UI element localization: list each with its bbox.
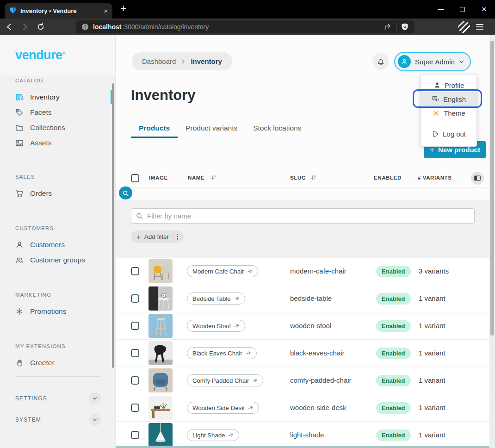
share-icon[interactable] xyxy=(384,23,392,31)
menu-item-logout[interactable]: Log out xyxy=(421,126,476,142)
tab-stock-locations[interactable]: Stock locations xyxy=(245,119,309,138)
sidebar-item-facets[interactable]: Facets xyxy=(0,105,115,120)
main-scrollbar-track[interactable] xyxy=(489,35,495,448)
window-maximize-button[interactable] xyxy=(452,0,473,19)
site-info-icon[interactable] xyxy=(81,23,89,31)
sidebar-item-customers[interactable]: Customers xyxy=(0,237,115,252)
notifications-button[interactable] xyxy=(372,53,389,70)
row-checkbox[interactable] xyxy=(131,404,139,412)
sidebar-section-system[interactable]: SYSTEM xyxy=(0,412,115,428)
cart-icon xyxy=(15,189,24,198)
sort-icon[interactable] xyxy=(210,174,217,180)
menu-item-label: Theme xyxy=(444,109,465,117)
back-button[interactable] xyxy=(4,21,15,32)
menu-item-language[interactable]: A English xyxy=(421,92,476,106)
status-badge: Enabled xyxy=(376,402,411,414)
product-slug: black-eaves-chair xyxy=(290,349,345,357)
menu-item-theme[interactable]: Theme xyxy=(421,106,476,120)
table-header: IMAGE NAME SLUG ENABLED # VARIANTS xyxy=(116,169,489,187)
status-badge: Enabled xyxy=(376,348,411,359)
sidebar-item-collections[interactable]: Collections xyxy=(0,120,115,135)
product-name-link[interactable]: Modern Cafe Chair xyxy=(187,265,258,277)
product-name-link[interactable]: Light Shade xyxy=(187,429,239,441)
product-slug: wooden-side-desk xyxy=(290,404,346,411)
main-scrollbar-thumb[interactable] xyxy=(490,41,494,336)
window-minimize-button[interactable] xyxy=(430,0,452,19)
sidebar-section-settings[interactable]: SETTINGS xyxy=(0,391,115,406)
breadcrumb-inventory[interactable]: Inventory xyxy=(191,57,222,65)
kebab-menu-icon[interactable] xyxy=(177,234,178,240)
product-thumbnail[interactable] xyxy=(148,368,173,392)
select-all-checkbox[interactable] xyxy=(131,174,139,182)
plus-icon: + xyxy=(136,233,141,241)
product-name-link[interactable]: Black Eaves Chair xyxy=(187,347,257,359)
sidebar-item-label: Promotions xyxy=(30,307,66,316)
browser-tab[interactable]: Inventory • Vendure × xyxy=(5,3,112,19)
variant-count: 3 variants xyxy=(419,267,449,275)
new-tab-button[interactable]: + xyxy=(120,2,126,15)
system-expand-button[interactable] xyxy=(89,414,101,426)
menu-item-label: English xyxy=(443,95,466,103)
product-thumbnail[interactable] xyxy=(148,286,173,311)
sort-icon[interactable] xyxy=(310,174,317,180)
variant-count: 1 variant xyxy=(419,404,446,411)
product-thumbnail[interactable] xyxy=(148,423,173,447)
sidebar: vendure® CATALOG Inventory Facets Collec… xyxy=(0,35,116,448)
tab-products[interactable]: Products xyxy=(131,119,178,138)
reload-button[interactable] xyxy=(35,21,46,32)
brave-shield-icon[interactable] xyxy=(401,23,409,31)
sidebar-item-inventory[interactable]: Inventory xyxy=(0,89,115,105)
status-badge: Enabled xyxy=(376,266,411,277)
user-menu-button[interactable]: Super Admin xyxy=(394,52,471,71)
sidebar-scrollbar[interactable] xyxy=(112,83,114,368)
row-checkbox[interactable] xyxy=(131,349,139,357)
sidebar-item-greeter[interactable]: Greeter xyxy=(0,355,115,370)
arrow-right-icon xyxy=(247,268,254,274)
add-filter-button[interactable]: + Add filter xyxy=(131,230,184,243)
browser-profile-avatar[interactable] xyxy=(458,21,470,33)
settings-expand-button[interactable] xyxy=(89,392,101,404)
column-header-slug[interactable]: SLUG xyxy=(290,175,306,180)
product-thumbnail[interactable] xyxy=(148,341,173,365)
search-toggle-button[interactable] xyxy=(119,187,132,199)
url-host: localhost xyxy=(93,23,121,31)
forward-button[interactable] xyxy=(19,21,31,32)
product-name-link[interactable]: Wooden Side Desk xyxy=(187,402,259,414)
tab-product-variants[interactable]: Product variants xyxy=(178,119,245,138)
product-name: Bedside Table xyxy=(192,295,231,302)
table-row: Modern Cafe Chair modern-cafe-chair Enab… xyxy=(116,258,489,285)
arrow-right-icon xyxy=(233,322,240,329)
filter-input[interactable] xyxy=(131,208,475,224)
sidebar-item-orders[interactable]: Orders xyxy=(0,186,115,201)
product-name: Comfy Padded Chair xyxy=(192,377,249,384)
row-checkbox[interactable] xyxy=(131,294,139,303)
row-checkbox[interactable] xyxy=(131,431,139,439)
section-label-customers: CUSTOMERS xyxy=(15,225,115,231)
column-header-name[interactable]: NAME xyxy=(188,175,204,180)
product-thumbnail[interactable] xyxy=(148,314,173,338)
row-checkbox[interactable] xyxy=(131,322,139,330)
product-name-link[interactable]: Comfy Padded Chair xyxy=(187,374,263,386)
row-checkbox[interactable] xyxy=(131,267,139,275)
sidebar-item-assets[interactable]: Assets xyxy=(0,135,115,150)
product-thumbnail[interactable] xyxy=(148,396,173,420)
window-close-button[interactable]: × xyxy=(473,0,495,19)
column-settings-button[interactable] xyxy=(471,172,484,185)
tab-close-icon[interactable]: × xyxy=(104,7,108,14)
logo-area: vendure® xyxy=(0,35,115,75)
sidebar-item-promotions[interactable]: Promotions xyxy=(0,304,115,319)
row-checkbox[interactable] xyxy=(131,376,139,385)
sidebar-item-customer-groups[interactable]: Customer groups xyxy=(0,252,115,268)
address-bar[interactable]: localhost :3000/admin/catalog/inventory xyxy=(76,20,415,33)
product-thumbnail[interactable] xyxy=(148,259,173,283)
variant-count: 1 variant xyxy=(419,431,446,439)
product-name-link[interactable]: Wooden Stool xyxy=(187,320,245,332)
browser-menu-icon[interactable] xyxy=(476,24,483,30)
product-name: Wooden Stool xyxy=(192,323,231,330)
breadcrumb-dashboard[interactable]: Dashboard xyxy=(142,57,176,65)
arrow-right-icon xyxy=(247,404,254,411)
section-label-my-extensions: MY EXTENSIONS xyxy=(15,343,115,349)
menu-item-profile[interactable]: Profile xyxy=(421,78,476,92)
product-name-link[interactable]: Bedside Table xyxy=(187,292,245,305)
vendure-logo[interactable]: vendure® xyxy=(15,48,65,62)
